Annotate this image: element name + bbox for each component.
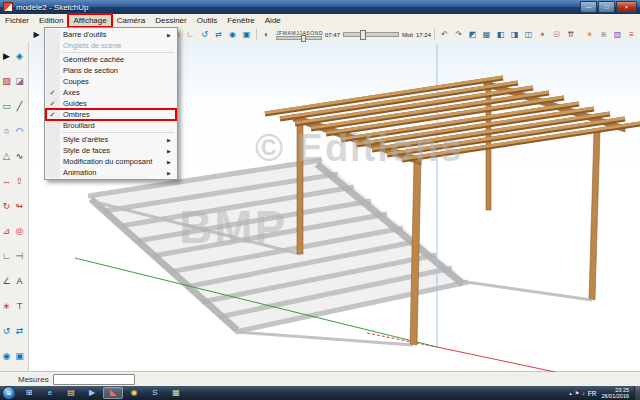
shadow-settings-button[interactable]: ☀ <box>583 28 596 41</box>
line-tool[interactable]: ╱ <box>13 94 26 119</box>
clock[interactable]: 23:25 26/01/2016 <box>601 387 629 399</box>
view-menu-item-style-d-aretes[interactable]: Style d'arêtes▶ <box>46 134 176 145</box>
zoom-extents-tool[interactable]: ▣ <box>240 28 253 41</box>
menu-item-aide[interactable]: Aide <box>260 14 286 27</box>
volume-icon[interactable]: ♪ <box>582 390 585 396</box>
view-menu-item-style-de-faces[interactable]: Style de faces▶ <box>46 145 176 156</box>
offset-tool[interactable]: ◎ <box>13 219 26 244</box>
action-center-icon[interactable]: ⚑ <box>575 390 579 396</box>
zoom-tool[interactable]: ◉ <box>226 28 239 41</box>
dimension-tool[interactable]: ⊣ <box>13 244 26 269</box>
make-component-tool[interactable]: ◈ <box>13 44 26 69</box>
date-slider-knob[interactable] <box>301 35 306 42</box>
maximize-button[interactable]: □ <box>598 1 615 13</box>
menu-item-label: Axes <box>59 88 167 97</box>
rectangle-tool[interactable]: ▭ <box>0 94 13 119</box>
view-menu-item-animation[interactable]: Animation▶ <box>46 167 176 178</box>
layers-button[interactable]: ≡ <box>625 28 638 41</box>
time-slider[interactable] <box>343 32 399 37</box>
taskbar-app-skype[interactable]: S <box>145 387 165 399</box>
shadow-toggle-button[interactable]: ◐ <box>260 28 273 41</box>
styles-button[interactable]: ▧ <box>611 28 624 41</box>
pergola-shadow <box>88 160 592 345</box>
hidden-icons-chevron[interactable]: ▴ <box>569 390 572 396</box>
look-around-button[interactable]: ☉ <box>550 28 563 41</box>
title-bar[interactable]: modèle2 - SketchUp —□× <box>0 0 640 14</box>
view-menu-item-coupes[interactable]: Coupes <box>46 76 176 87</box>
view-menu-item-brouillard[interactable]: Brouillard <box>46 120 176 131</box>
tape-measure-tool[interactable]: ∟ <box>184 28 197 41</box>
zoom-tool[interactable]: ◉ <box>0 344 13 369</box>
taskbar-app-chrome[interactable]: ◉ <box>124 387 144 399</box>
shadow-date-slider[interactable]: JFMAMJJASOND <box>276 30 322 40</box>
axes-tool[interactable]: ∗ <box>0 294 13 319</box>
checkmark-icon: ✓ <box>46 111 59 119</box>
taskbar-app-explorer[interactable]: ▤ <box>61 387 81 399</box>
view-menu-item-plans-de-section[interactable]: Plans de section <box>46 65 176 76</box>
polygon-tool[interactable]: △ <box>0 144 13 169</box>
menu-item-affichage[interactable]: Affichage <box>68 14 111 27</box>
paint-bucket-tool[interactable]: ▨ <box>0 69 13 94</box>
previous-view-button[interactable]: ↶ <box>438 28 451 41</box>
move-tool[interactable]: ↔ <box>0 169 13 194</box>
language-indicator[interactable]: FR <box>588 390 597 397</box>
back-view-button[interactable]: ◫ <box>522 28 535 41</box>
menu-item-camera[interactable]: Caméra <box>112 14 150 27</box>
view-menu-item-guides[interactable]: ✓Guides <box>46 98 176 109</box>
menu-item-outils[interactable]: Outils <box>192 14 222 27</box>
view-menu-item-modification-du-composant[interactable]: Modification du composant▶ <box>46 156 176 167</box>
date-slider-track[interactable] <box>276 36 322 40</box>
3d-text-tool[interactable]: T <box>13 294 26 319</box>
view-menu-item-axes[interactable]: ✓Axes <box>46 87 176 98</box>
scale-tool[interactable]: ⊿ <box>0 219 13 244</box>
start-button[interactable]: ⊞ <box>2 386 16 400</box>
arc-tool[interactable]: ◠ <box>13 119 26 144</box>
taskbar-app-sketchup[interactable]: ◣ <box>103 387 123 399</box>
taskbar-app-window[interactable]: ⊞ <box>19 387 39 399</box>
tape-measure-tool[interactable]: ∟ <box>0 244 13 269</box>
walk-button[interactable]: ⇈ <box>564 28 577 41</box>
close-button[interactable]: × <box>616 1 637 13</box>
time-slider-knob[interactable] <box>360 30 366 40</box>
follow-me-tool[interactable]: ↬ <box>13 194 26 219</box>
protractor-tool[interactable]: ∠ <box>0 269 13 294</box>
next-view-button[interactable]: ↷ <box>452 28 465 41</box>
select-tool[interactable]: ▶ <box>30 28 43 41</box>
push-pull-tool[interactable]: ⇧ <box>13 169 26 194</box>
menu-item-fichier[interactable]: Fichier <box>0 14 34 27</box>
checkmark-icon: ✓ <box>46 89 59 97</box>
text-tool[interactable]: A <box>13 269 26 294</box>
circle-tool[interactable]: ○ <box>0 119 13 144</box>
view-menu-item-geometrie-cachee[interactable]: Géométrie cachée <box>46 54 176 65</box>
show-desktop-button[interactable] <box>634 386 640 400</box>
menu-item-label: Géométrie cachée <box>59 55 167 64</box>
orbit-tool[interactable]: ↺ <box>198 28 211 41</box>
taskbar-app-calculator[interactable]: ▦ <box>166 387 186 399</box>
freehand-tool[interactable]: ∿ <box>13 144 26 169</box>
right-view-button[interactable]: ◨ <box>508 28 521 41</box>
select-tool[interactable]: ▶ <box>0 44 13 69</box>
fog-button[interactable]: ≋ <box>597 28 610 41</box>
position-camera-button[interactable]: ⌖ <box>536 28 549 41</box>
orbit-tool[interactable]: ↺ <box>0 319 13 344</box>
iso-view-button[interactable]: ◩ <box>466 28 479 41</box>
menu-item-label: Style d'arêtes <box>59 135 167 144</box>
pan-tool[interactable]: ⇄ <box>212 28 225 41</box>
menu-item-edition[interactable]: Edition <box>34 14 68 27</box>
front-view-button[interactable]: ◧ <box>494 28 507 41</box>
menu-item-dessiner[interactable]: Dessiner <box>150 14 192 27</box>
top-view-button[interactable]: ▦ <box>480 28 493 41</box>
taskbar-app-internet-explorer[interactable]: e <box>40 387 60 399</box>
view-menu-item-onglets-de-scene[interactable]: Onglets de scène <box>46 40 176 51</box>
view-menu-item-barre-d-outils[interactable]: Barre d'outils▶ <box>46 29 176 40</box>
minimize-button[interactable]: — <box>580 1 597 13</box>
pan-tool[interactable]: ⇄ <box>13 319 26 344</box>
rotate-tool[interactable]: ↻ <box>0 194 13 219</box>
measurements-input[interactable] <box>53 374 135 385</box>
menu-item-fenetre[interactable]: Fenêtre <box>222 14 260 27</box>
taskbar: ⊞ ⊞e▤▶◣◉S▦ ▴⚑♪ FR 23:25 26/01/2016 <box>0 386 640 400</box>
view-menu-item-ombres[interactable]: ✓Ombres <box>46 109 176 120</box>
zoom-extents-tool[interactable]: ▣ <box>13 344 26 369</box>
taskbar-app-media-player[interactable]: ▶ <box>82 387 102 399</box>
eraser-tool[interactable]: ◪ <box>13 69 26 94</box>
